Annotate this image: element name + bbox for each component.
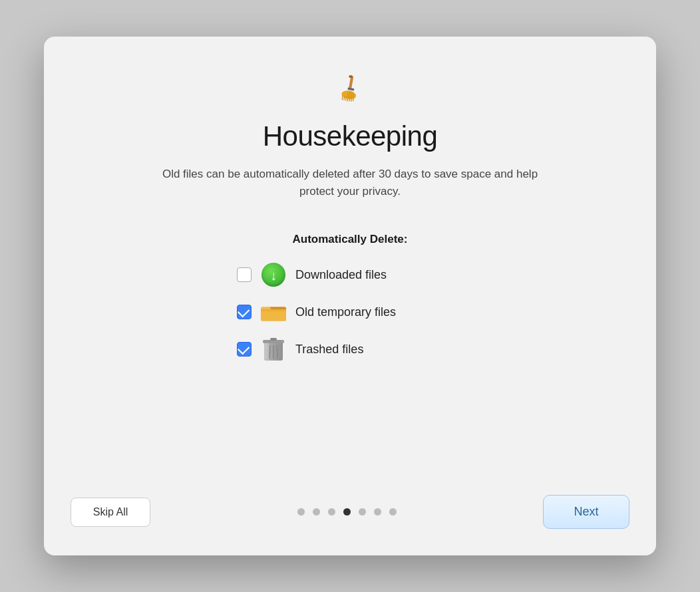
old-temporary-files-label: Old temporary files [295,305,396,319]
svg-rect-19 [270,338,277,341]
svg-rect-23 [265,343,269,360]
broom-icon [337,76,363,102]
pagination-dots [297,508,397,516]
dot-4 [343,508,351,516]
old-temporary-files-checkbox[interactable] [237,305,252,319]
checkbox-list: ↓ Downloaded files [184,262,516,362]
trashed-files-checkbox[interactable] [237,342,252,357]
svg-rect-4 [341,95,343,100]
auto-delete-label: Automatically Delete: [293,233,408,246]
auto-delete-section: Automatically Delete: ↓ Downloaded files [184,233,516,362]
download-icon: ↓ [261,262,286,287]
dot-6 [374,508,381,516]
downloaded-files-checkbox[interactable] [237,267,252,282]
page-title: Housekeeping [263,120,438,152]
dot-5 [359,508,366,516]
dot-3 [328,508,335,516]
dot-2 [313,508,320,516]
trashed-files-label: Trashed files [295,343,363,357]
svg-rect-15 [261,309,286,311]
bottom-bar: Skip All Next [71,462,629,529]
folder-icon [261,299,286,325]
list-item: Old temporary files [237,299,463,325]
next-button[interactable]: Next [543,495,629,529]
dot-7 [389,508,397,516]
page-description: Old files can be automatically deleted a… [157,166,543,200]
svg-line-22 [277,345,277,359]
svg-point-1 [349,75,353,78]
housekeeping-dialog: Housekeeping Old files can be automatica… [44,37,656,555]
list-item: ↓ Downloaded files [237,262,463,287]
dot-1 [297,508,305,516]
trash-icon [261,337,286,362]
skip-all-button[interactable]: Skip All [71,498,150,527]
downloaded-files-label: Downloaded files [295,268,387,282]
list-item: Trashed files [237,337,463,362]
svg-line-20 [269,345,270,359]
